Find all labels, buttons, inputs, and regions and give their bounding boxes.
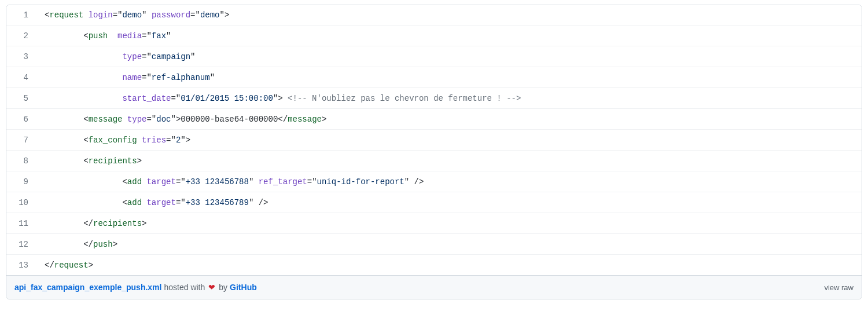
token-punct: "	[166, 31, 171, 41]
code-cell[interactable]: type="campaign"	[36, 46, 862, 67]
token-tag: recipients	[93, 219, 142, 228]
token-attr: media	[117, 31, 142, 41]
token-tag: message	[89, 115, 123, 124]
token-punct: =	[190, 10, 195, 20]
token-tag: message	[288, 115, 322, 124]
line-number[interactable]: 11	[6, 213, 36, 234]
code-table: 1<request login="demo" password="demo">2…	[6, 5, 862, 275]
token-tag: request	[54, 261, 89, 270]
code-cell[interactable]: <add target="+33 123456788" ref_target="…	[36, 171, 862, 192]
github-link[interactable]: GitHub	[230, 283, 257, 292]
token-val: doc	[156, 115, 171, 124]
code-row: 5 start_date="01/01/2015 15:00:00"> <!--…	[6, 88, 862, 109]
token-punct: =	[113, 10, 117, 20]
token-punct: <	[83, 156, 88, 166]
token-attr: start_date	[122, 94, 171, 103]
code-row: 3 type="campaign"	[6, 46, 862, 67]
token-txt	[45, 136, 83, 145]
line-number[interactable]: 1	[6, 5, 36, 25]
gist-meta-bar: api_fax_campaign_exemple_push.xml hosted…	[6, 275, 862, 299]
token-punct: >	[322, 115, 326, 124]
code-cell[interactable]: </push>	[36, 234, 862, 255]
line-number[interactable]: 6	[6, 109, 36, 130]
token-txt	[45, 156, 83, 166]
token-attr: password	[152, 10, 190, 20]
code-row: 2 <push media="fax"	[6, 25, 862, 46]
token-tag: fax_config	[89, 136, 137, 145]
token-punct: <	[83, 136, 88, 145]
token-punct: >	[142, 219, 146, 228]
code-cell[interactable]: </request>	[36, 255, 862, 275]
code-cell[interactable]: <push media="fax"	[36, 25, 862, 46]
line-number[interactable]: 5	[6, 88, 36, 109]
token-attr: type	[127, 115, 147, 124]
code-cell[interactable]: <message type="doc">000000-base64-000000…	[36, 109, 862, 130]
token-txt	[108, 31, 117, 41]
code-cell[interactable]: <fax_config tries="2">	[36, 130, 862, 151]
code-body: 1<request login="demo" password="demo">2…	[6, 5, 862, 275]
line-number[interactable]: 12	[6, 234, 36, 255]
token-tag: add	[127, 177, 142, 186]
token-punct: "	[220, 10, 225, 20]
code-cell[interactable]: <add target="+33 123456789" />	[36, 192, 862, 213]
line-number[interactable]: 2	[6, 25, 36, 46]
token-attr: target	[146, 198, 175, 207]
token-punct: "	[152, 115, 156, 124]
code-cell[interactable]: name="ref-alphanum"	[36, 67, 862, 88]
token-punct: "	[190, 52, 195, 61]
token-txt	[45, 198, 122, 207]
token-tag: recipients	[89, 156, 137, 166]
line-number[interactable]: 10	[6, 192, 36, 213]
code-row: 7 <fax_config tries="2">	[6, 130, 862, 151]
line-number[interactable]: 4	[6, 67, 36, 88]
code-row: 6 <message type="doc">000000-base64-0000…	[6, 109, 862, 130]
token-txt	[83, 10, 88, 20]
token-punct: "	[181, 177, 185, 186]
token-punct: "	[146, 52, 151, 61]
token-val: uniq-id-for-report	[317, 177, 404, 186]
token-attr: type	[122, 52, 142, 61]
token-txt	[45, 240, 83, 249]
line-number[interactable]: 3	[6, 46, 36, 67]
token-txt	[253, 177, 258, 186]
line-number[interactable]: 9	[6, 171, 36, 192]
token-punct: "	[171, 136, 175, 145]
token-attr: tries	[142, 136, 166, 145]
by-text: by	[219, 283, 227, 292]
token-punct: >	[225, 10, 229, 20]
code-cell[interactable]: <request login="demo" password="demo">	[36, 5, 862, 25]
token-punct: "	[146, 73, 151, 82]
line-number[interactable]: 13	[6, 255, 36, 275]
token-punct: </	[278, 115, 288, 124]
token-punct: "	[176, 94, 181, 103]
token-txt	[45, 94, 122, 103]
line-number[interactable]: 7	[6, 130, 36, 151]
token-punct: </	[83, 240, 93, 249]
token-punct: "	[196, 10, 200, 20]
token-attr: target	[146, 177, 175, 186]
token-txt	[122, 115, 127, 124]
token-punct: "	[404, 177, 409, 186]
token-punct: >	[89, 261, 93, 270]
token-punct: "	[181, 198, 185, 207]
gist-filename-link[interactable]: api_fax_campaign_exemple_push.xml	[14, 283, 161, 292]
heart-icon: ❤	[208, 283, 215, 292]
token-punct: />	[259, 198, 269, 207]
code-cell[interactable]: </recipients>	[36, 213, 862, 234]
token-txt	[45, 177, 122, 186]
token-val: 01/01/2015 15:00:00	[181, 94, 273, 103]
token-txt	[137, 136, 142, 145]
code-cell[interactable]: start_date="01/01/2015 15:00:00"> <!-- N…	[36, 88, 862, 109]
code-cell[interactable]: <recipients>	[36, 151, 862, 171]
token-cmt: <!-- N'oubliez pas le chevron de fermetu…	[288, 94, 521, 103]
view-raw-link[interactable]: view raw	[824, 283, 854, 292]
token-punct: </	[45, 261, 54, 270]
token-punct: >	[186, 136, 190, 145]
line-number[interactable]: 8	[6, 151, 36, 171]
token-attr: login	[89, 10, 113, 20]
token-val: demo	[200, 10, 220, 20]
token-val: +33 123456789	[186, 198, 249, 207]
token-punct: <	[83, 31, 88, 41]
token-punct: >	[113, 240, 117, 249]
token-txt	[45, 31, 83, 41]
